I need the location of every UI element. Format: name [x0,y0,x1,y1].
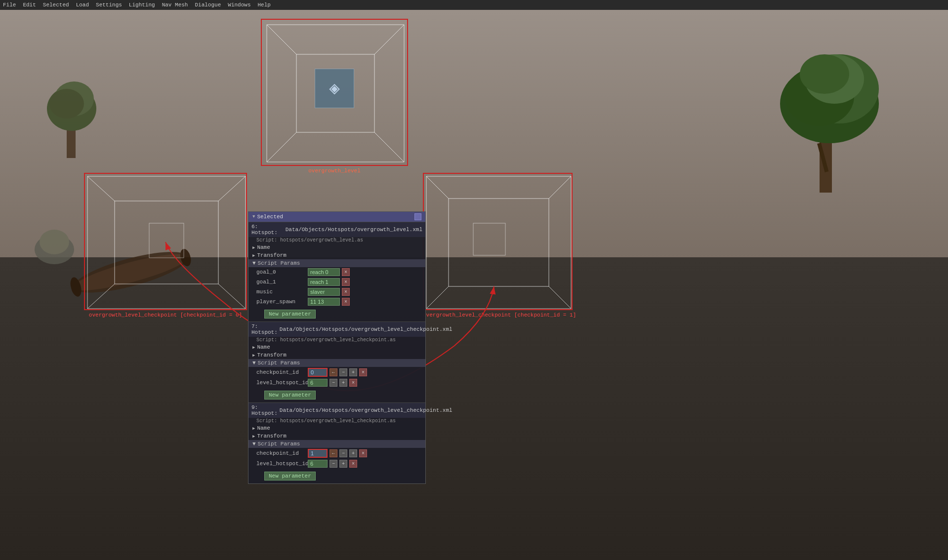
hotspot-9-number: 9: Hotspot: [251,404,278,416]
hotspot-9-name-label: Name [257,425,270,431]
param-value-music[interactable] [308,288,340,296]
hotspot-7-new-param-button[interactable]: New parameter [264,391,316,400]
param-name-goal0: goal_0 [256,269,306,275]
param-name-checkpoint-id-7: checkpoint_id [256,369,306,375]
hotspot-7-number: 7: Hotspot: [251,323,278,335]
hotspot-9-param-checkpointid: checkpoint_id ← − + × [248,448,425,459]
param-delete-goal1[interactable]: × [342,278,350,286]
hotspot-6-param-goal0: goal_0 × [248,267,425,277]
viewport: ◈ overgrowth_level overgrowth_level_chec… [0,10,948,560]
param-arrow-checkpoint-9[interactable]: ← [330,449,337,457]
svg-line-21 [267,25,296,54]
hotspot-6-number: 6: Hotspot: [251,224,284,236]
hotspot-7-scriptparams-label: ▼ Script Params [248,359,425,367]
param-name-playerspawn: player_spawn [256,299,306,305]
hotspot-6-param-playerspawn: player_spawn × [248,297,425,307]
center-object-label: overgrowth_level [261,168,408,174]
panel-pin-button[interactable] [414,213,421,220]
param-minus-checkpoint-7[interactable]: − [339,368,347,376]
hotspot-9-name-collapse[interactable]: ▶ Name [248,424,425,432]
tree-left [40,59,104,158]
param-delete-levelhotspot-9[interactable]: × [349,460,357,468]
hotspot-9-new-param-button[interactable]: New parameter [264,472,316,480]
menu-navmesh[interactable]: Nav Mesh [162,2,188,8]
svg-line-47 [549,176,571,199]
menu-windows[interactable]: Windows [228,2,250,8]
svg-point-10 [49,89,84,119]
param-minus-checkpoint-9[interactable]: − [339,449,347,457]
hotspot-9-header: 9: Hotspot: Data/Objects/Hotspots/overgr… [248,402,425,418]
hotspot-7-header: 7: Hotspot: Data/Objects/Hotspots/overgr… [248,321,425,337]
menu-file[interactable]: File [3,2,16,8]
right-object-box [423,173,573,310]
param-value-goal0[interactable] [308,268,340,276]
param-delete-levelhotspot-7[interactable]: × [349,379,357,387]
hotspot-7-script: Script: hotspots/overgrowth_level_checkp… [248,337,425,343]
param-minus-levelhotspot-7[interactable]: − [330,379,337,387]
center-object-box: ◈ [261,19,408,166]
svg-line-49 [426,286,449,309]
hotspot-9-path: Data/Objects/Hotspots/overgrowth_level_c… [280,407,453,413]
param-delete-playerspawn[interactable]: × [342,298,350,306]
param-value-checkpoint-id-7[interactable] [308,368,328,377]
param-value-level-hotspot-9[interactable] [308,460,328,468]
param-name-level-hotspot-9: level_hotspot_id [256,461,306,467]
param-value-level-hotspot-7[interactable] [308,379,328,387]
svg-line-23 [374,132,404,162]
param-name-music: music [256,289,306,295]
svg-point-16 [40,230,69,254]
menu-selected[interactable]: Selected [43,2,69,8]
param-delete-goal0[interactable]: × [342,268,350,276]
hotspot-7-param-levelhotspotid: level_hotspot_id − + × [248,378,425,388]
hotspot-7-param-checkpointid: checkpoint_id ← − + × [248,367,425,378]
menu-lighting[interactable]: Lighting [129,2,155,8]
hotspot-9-scriptparams-label: ▼ Script Params [248,440,425,448]
hotspot-7-name-collapse[interactable]: ▶ Name [248,343,425,351]
param-value-playerspawn[interactable] [308,298,340,306]
left-object-box [84,173,247,310]
menu-dialogue[interactable]: Dialogue [195,2,221,8]
panel-collapse-icon[interactable]: ▼ [252,214,255,219]
hotspot-6-name-label: Name [257,244,270,250]
menu-edit[interactable]: Edit [23,2,36,8]
param-plus-checkpoint-9[interactable]: + [349,449,357,457]
param-plus-levelhotspot-9[interactable]: + [339,460,347,468]
selected-panel: ▼ Selected 6: Hotspot: Data/Objects/Hots… [248,211,426,484]
hotspot-7-transform-collapse[interactable]: ▶ Transform [248,351,425,359]
param-name-checkpoint-id-9: checkpoint_id [256,450,306,456]
svg-point-6 [800,54,849,94]
param-delete-checkpoint-7[interactable]: × [359,368,367,376]
hotspot-9-transform-collapse[interactable]: ▶ Transform [248,432,425,440]
svg-line-36 [87,284,115,309]
creature-left [30,217,79,267]
param-name-level-hotspot-7: level_hotspot_id [256,380,306,386]
hotspot-6-path: Data/Objects/Hotspots/overgrowth_level.x… [286,227,422,233]
param-arrow-checkpoint-7[interactable]: ← [330,368,337,376]
hotspot-6-transform-label: Transform [257,252,286,258]
hotspot-6-name-collapse[interactable]: ▶ Name [248,243,425,251]
svg-line-33 [87,176,115,201]
param-plus-checkpoint-7[interactable]: + [349,368,357,376]
hotspot-7-path: Data/Objects/Hotspots/overgrowth_level_c… [280,326,453,332]
param-plus-levelhotspot-7[interactable]: + [339,379,347,387]
hotspot-6-param-goal1: goal_1 × [248,277,425,287]
menu-load[interactable]: Load [76,2,89,8]
param-value-checkpoint-id-9[interactable] [308,449,328,458]
menu-help[interactable]: Help [258,2,271,8]
left-object-label: overgrowth_level_checkpoint [checkpoint_… [84,312,247,318]
svg-line-46 [426,176,449,199]
svg-rect-54 [473,223,505,255]
hotspot-6-scriptparams-label: ▼ Script Params [248,259,425,267]
svg-line-24 [267,132,296,162]
hotspot-6-header: 6: Hotspot: Data/Objects/Hotspots/overgr… [248,222,425,237]
hotspot-7-transform-label: Transform [257,352,286,358]
param-minus-levelhotspot-9[interactable]: − [330,460,337,468]
hotspot-6-transform-collapse[interactable]: ▶ Transform [248,251,425,259]
hotspot-6-new-param-button[interactable]: New parameter [264,310,316,319]
param-value-goal1[interactable] [308,278,340,286]
menubar: File Edit Selected Load Settings Lightin… [0,0,948,10]
hotspot-9-transform-label: Transform [257,433,286,439]
param-delete-music[interactable]: × [342,288,350,296]
param-delete-checkpoint-9[interactable]: × [359,449,367,457]
menu-settings[interactable]: Settings [96,2,122,8]
